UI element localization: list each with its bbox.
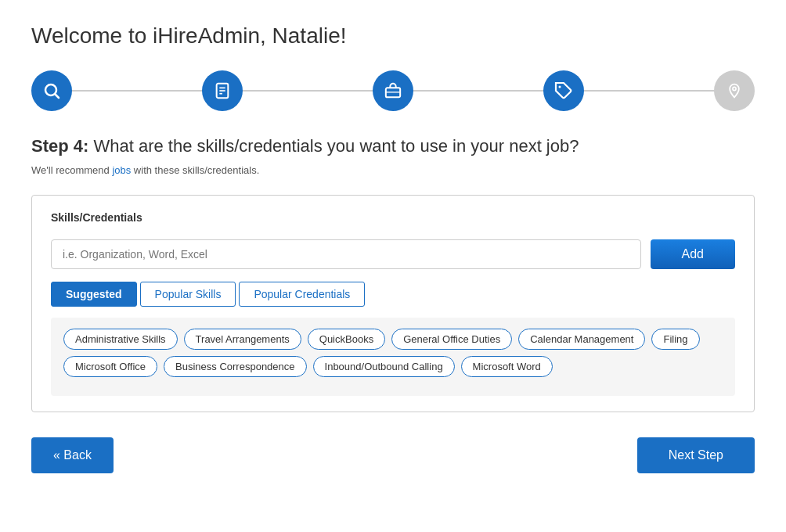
progress-steps: [31, 70, 755, 111]
svg-point-8: [559, 86, 561, 88]
step-subtext: We'll recommend jobs with these skills/c…: [31, 164, 755, 176]
page-title: Welcome to iHireAdmin, Natalie!: [31, 23, 755, 49]
skill-input-row: Add: [51, 239, 735, 269]
skill-input[interactable]: [51, 239, 641, 269]
jobs-link[interactable]: jobs: [112, 164, 131, 176]
tag-travel-arrangements[interactable]: Travel Arrangements: [184, 329, 301, 350]
tag-administrative-skills[interactable]: Administrative Skills: [63, 329, 178, 350]
step-briefcase: [373, 70, 413, 111]
tag-business-correspondence[interactable]: Business Correspondence: [164, 356, 306, 377]
tab-suggested[interactable]: Suggested: [51, 282, 137, 307]
tags-row-1: Administrative Skills Travel Arrangement…: [63, 329, 723, 350]
tag-quickbooks[interactable]: QuickBooks: [308, 329, 385, 350]
tag-filing[interactable]: Filing: [651, 329, 699, 350]
tags-row-2: Microsoft Office Business Correspondence…: [63, 356, 723, 377]
tag-microsoft-word[interactable]: Microsoft Word: [461, 356, 553, 377]
bottom-buttons: « Back Next Step: [31, 437, 755, 473]
step-question: What are the skills/credentials you want…: [88, 136, 579, 156]
tag-calendar-management[interactable]: Calendar Management: [518, 329, 645, 350]
step-number: Step 4:: [31, 136, 88, 156]
next-step-button[interactable]: Next Step: [637, 437, 755, 473]
tag-inbound-outbound-calling[interactable]: Inbound/Outbound Calling: [313, 356, 455, 377]
progress-bar: [31, 70, 755, 111]
tag-general-office-duties[interactable]: General Office Duties: [391, 329, 512, 350]
back-button[interactable]: « Back: [31, 437, 114, 473]
tags-area: Administrative Skills Travel Arrangement…: [51, 318, 735, 396]
svg-line-1: [56, 95, 59, 99]
step-tag: [543, 70, 584, 111]
step-resume: [202, 70, 243, 111]
svg-point-9: [733, 87, 736, 90]
skill-tabs: Suggested Popular Skills Popular Credent…: [51, 282, 735, 307]
tag-microsoft-office[interactable]: Microsoft Office: [63, 356, 157, 377]
step-heading: Step 4: What are the skills/credentials …: [31, 136, 755, 156]
step-location: [714, 70, 755, 111]
skills-card-title: Skills/Credentials: [51, 211, 735, 224]
step-search: [31, 70, 72, 111]
skills-card: Skills/Credentials Add Suggested Popular…: [31, 195, 755, 412]
add-button[interactable]: Add: [651, 239, 735, 269]
tab-popular-credentials[interactable]: Popular Credentials: [239, 282, 365, 307]
tab-popular-skills[interactable]: Popular Skills: [140, 282, 236, 307]
